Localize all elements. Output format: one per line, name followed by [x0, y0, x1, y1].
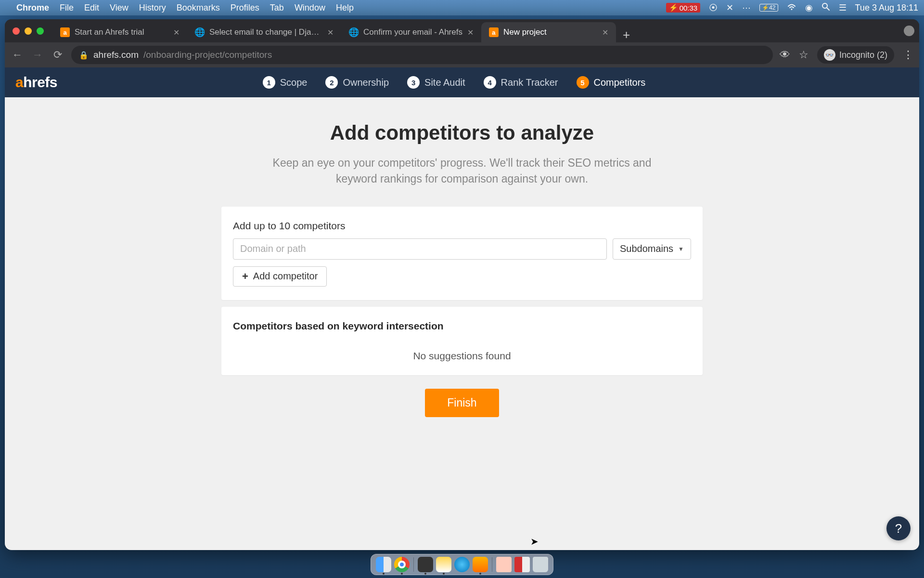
notes-icon[interactable]: [436, 557, 451, 572]
spotlight-icon[interactable]: [821, 2, 830, 13]
user-icon[interactable]: ☰: [839, 2, 847, 13]
menubar-app[interactable]: Chrome: [16, 3, 49, 13]
ahrefs-favicon: a: [60, 27, 70, 37]
close-tab-icon[interactable]: ✕: [467, 28, 474, 37]
tool-icon[interactable]: ✕: [726, 2, 733, 13]
kebab-menu-icon[interactable]: ⋮: [903, 49, 913, 61]
tab-new-project[interactable]: a New project ✕: [481, 22, 616, 42]
timer-badge[interactable]: ⚡00:33: [666, 3, 701, 13]
terminal-icon[interactable]: [418, 557, 433, 572]
step-site-audit[interactable]: 3Site Audit: [407, 76, 465, 89]
close-window[interactable]: [13, 27, 20, 35]
forward-button[interactable]: →: [31, 49, 44, 61]
ahrefs-favicon: a: [489, 27, 499, 37]
url-host: ahrefs.com: [93, 50, 139, 60]
control-center-icon[interactable]: ◉: [805, 2, 813, 13]
address-bar: ← → ⟳ 🔒 ahrefs.com/onboarding-project/co…: [5, 42, 919, 67]
menu-file[interactable]: File: [60, 3, 74, 13]
scope-select[interactable]: Subdomains ▼: [613, 238, 691, 260]
domain-input[interactable]: [233, 238, 607, 260]
suggestions-card: Competitors based on keyword intersectio…: [221, 307, 703, 375]
tab-title: New project: [503, 27, 597, 37]
back-button[interactable]: ←: [11, 49, 24, 61]
tab-django[interactable]: 🌐 Select email to change | Django ✕: [187, 22, 341, 42]
add-competitor-button[interactable]: + Add competitor: [233, 266, 327, 287]
incognito-label: Incognito (2): [839, 50, 887, 60]
page-heading: Add competitors to analyze: [5, 121, 919, 144]
step-label: Competitors: [594, 77, 646, 88]
trash-icon[interactable]: [533, 557, 548, 572]
tab-strip: a Start an Ahrefs trial ✕ 🌐 Select email…: [5, 19, 919, 42]
app-icon[interactable]: [473, 557, 488, 572]
profile-icon[interactable]: [904, 26, 914, 36]
competitors-card: Add up to 10 competitors Subdomains ▼ + …: [221, 207, 703, 300]
menu-window[interactable]: Window: [295, 3, 325, 13]
reload-button[interactable]: ⟳: [51, 49, 64, 61]
step-competitors[interactable]: 5Competitors: [577, 76, 646, 89]
star-icon[interactable]: ☆: [799, 49, 808, 61]
browser-window: a Start an Ahrefs trial ✕ 🌐 Select email…: [5, 19, 919, 550]
tab-ahrefs-trial[interactable]: a Start an Ahrefs trial ✕: [52, 22, 187, 42]
quicktime-icon[interactable]: [454, 557, 470, 572]
dock: [371, 554, 553, 575]
battery-icon[interactable]: ⚡42: [759, 4, 778, 12]
close-tab-icon[interactable]: ✕: [602, 28, 608, 37]
chrome-dock-icon[interactable]: [394, 557, 410, 572]
page-subtitle: Keep an eye on your competitors' progres…: [265, 155, 659, 187]
no-suggestions: No suggestions found: [233, 350, 691, 362]
tab-title: Start an Ahrefs trial: [75, 27, 168, 37]
menu-history[interactable]: History: [139, 3, 166, 13]
help-button[interactable]: ?: [886, 516, 911, 540]
close-tab-icon[interactable]: ✕: [327, 28, 334, 37]
datetime[interactable]: Tue 3 Aug 18:11: [855, 3, 918, 13]
folder-icon[interactable]: [496, 557, 512, 572]
url-path: /onboarding-project/competitors: [143, 50, 272, 60]
scope-select-value: Subdomains: [620, 243, 673, 254]
incognito-badge[interactable]: 👓 Incognito (2): [817, 46, 894, 64]
url-input[interactable]: 🔒 ahrefs.com/onboarding-project/competit…: [71, 46, 773, 64]
onboarding-steps: 1Scope 2Ownership 3Site Audit 4Rank Trac…: [263, 76, 646, 89]
wifi-icon[interactable]: [787, 3, 796, 13]
step-label: Ownership: [343, 77, 389, 88]
folder2-icon[interactable]: [514, 557, 530, 572]
dots-icon[interactable]: ⋯: [742, 2, 751, 13]
finish-button[interactable]: Finish: [425, 389, 499, 417]
tab-title: Select email to change | Django: [209, 27, 322, 37]
tab-confirm-email[interactable]: 🌐 Confirm your email - Ahrefs ✕: [341, 22, 481, 42]
ahrefs-logo[interactable]: ahrefs: [15, 74, 57, 91]
step-ownership[interactable]: 2Ownership: [325, 76, 389, 89]
step-rank-tracker[interactable]: 4Rank Tracker: [484, 76, 558, 89]
menu-bookmarks[interactable]: Bookmarks: [177, 3, 220, 13]
menu-profiles[interactable]: Profiles: [231, 3, 259, 13]
finder-icon[interactable]: [376, 557, 391, 572]
menu-edit[interactable]: Edit: [84, 3, 99, 13]
plus-icon: +: [242, 270, 248, 283]
caret-down-icon: ▼: [678, 246, 684, 252]
incognito-icon: 👓: [824, 49, 835, 61]
maximize-window[interactable]: [37, 27, 44, 35]
macos-menubar: Chrome File Edit View History Bookmarks …: [0, 0, 924, 15]
bolt-icon[interactable]: ⦿: [709, 3, 718, 13]
app-header: ahrefs 1Scope 2Ownership 3Site Audit 4Ra…: [5, 67, 919, 97]
eye-off-icon[interactable]: 👁︎: [780, 49, 790, 61]
menu-help[interactable]: Help: [336, 3, 354, 13]
menu-view[interactable]: View: [110, 3, 128, 13]
globe-favicon: 🌐: [195, 27, 205, 37]
minimize-window[interactable]: [25, 27, 32, 35]
tab-title: Confirm your email - Ahrefs: [363, 27, 462, 37]
close-tab-icon[interactable]: ✕: [173, 28, 180, 37]
lock-icon: 🔒: [79, 51, 89, 60]
step-label: Site Audit: [424, 77, 465, 88]
step-label: Scope: [280, 77, 308, 88]
step-scope[interactable]: 1Scope: [263, 76, 308, 89]
suggestions-title: Competitors based on keyword intersectio…: [233, 320, 691, 332]
svg-point-0: [791, 8, 792, 10]
svg-line-2: [827, 8, 829, 10]
add-competitor-label: Add competitor: [253, 271, 318, 282]
menu-tab[interactable]: Tab: [270, 3, 284, 13]
step-label: Rank Tracker: [501, 77, 558, 88]
page-content: Add competitors to analyze Keep an eye o…: [5, 97, 919, 550]
globe-favicon: 🌐: [349, 27, 359, 37]
new-tab-button[interactable]: +: [616, 27, 637, 42]
mouse-cursor: ➤: [530, 536, 539, 547]
